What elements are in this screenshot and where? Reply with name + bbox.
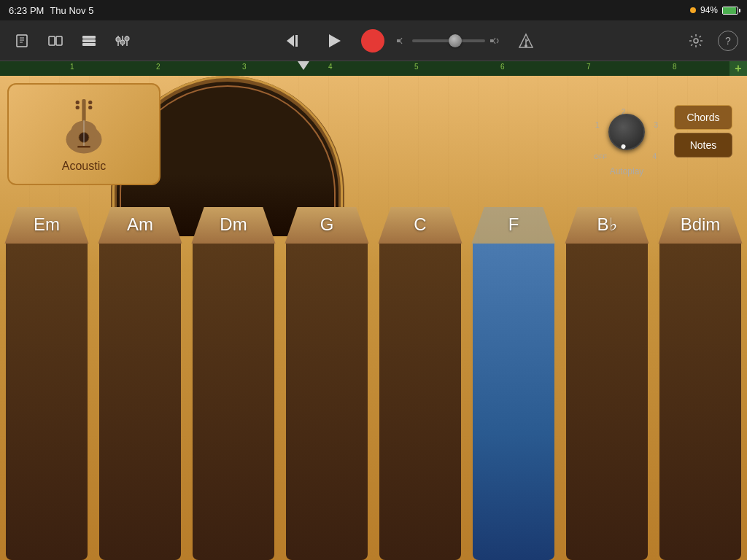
chord-label-0: Em: [34, 214, 60, 235]
autoplay-dial-container: OFF 1 2 3 4: [594, 105, 659, 163]
notes-mode-button[interactable]: Notes: [674, 133, 732, 158]
chord-key-G[interactable]: G: [280, 207, 374, 560]
autoplay-label: Autoplay: [610, 166, 644, 176]
dial-label-3: 3: [654, 121, 658, 129]
svg-rect-13: [295, 35, 298, 47]
status-right: 94%: [690, 5, 738, 15]
chord-key-Em[interactable]: Em: [0, 207, 93, 560]
chord-key-body-6: [566, 244, 649, 560]
status-time: 6:23 PM: [9, 5, 44, 16]
chords-notes-panel: Chords Notes: [674, 105, 732, 158]
playhead[interactable]: [298, 61, 309, 70]
ruler-mark-5: 5: [414, 61, 419, 76]
battery-percent: 94%: [700, 5, 718, 15]
svg-line-19: [493, 38, 495, 41]
chord-label-6: B♭: [597, 214, 616, 235]
ruler-inner: 1 2 3 4 5 6 7 8: [0, 61, 747, 76]
toolbar-left: [9, 28, 136, 54]
volume-track[interactable]: [412, 39, 485, 42]
chord-key-body-0: [6, 244, 88, 560]
toolbar: ?: [0, 20, 747, 61]
svg-point-25: [694, 39, 698, 43]
svg-rect-4: [82, 39, 96, 42]
record-button[interactable]: [361, 29, 384, 52]
new-document-button[interactable]: [9, 28, 35, 54]
volume-slider-container: [396, 36, 501, 45]
svg-line-20: [493, 41, 495, 44]
chords-mode-button[interactable]: Chords: [674, 105, 732, 130]
ruler: 1 2 3 4 5 6 7 8 +: [0, 61, 747, 76]
svg-rect-26: [82, 99, 85, 122]
svg-rect-2: [56, 36, 62, 45]
status-left: 6:23 PM Thu Nov 5: [9, 5, 93, 16]
ruler-mark-1: 1: [70, 61, 74, 76]
chord-key-body-4: [379, 244, 462, 560]
chord-key-body-3: [286, 244, 368, 560]
svg-point-28: [88, 101, 92, 104]
svg-point-24: [525, 44, 527, 47]
chord-key-Am[interactable]: Am: [93, 207, 187, 560]
signal-icon: [690, 7, 696, 13]
instrument-name: Acoustic: [62, 160, 106, 173]
toolbar-right: ?: [683, 28, 738, 54]
svg-point-11: [125, 36, 129, 41]
play-button[interactable]: [320, 26, 349, 55]
chord-key-body-7: [659, 244, 742, 560]
settings-button[interactable]: [683, 28, 709, 54]
chord-key-Dm[interactable]: Dm: [187, 207, 280, 560]
svg-line-17: [400, 41, 402, 44]
battery-icon: [722, 7, 738, 15]
volume-knob[interactable]: [449, 34, 462, 47]
status-bar: 6:23 PM Thu Nov 5 94%: [0, 0, 747, 20]
main-area: Acoustic OFF 1 2 3 4 Autoplay Chords Not…: [0, 76, 747, 560]
dial-label-4: 4: [652, 152, 657, 160]
ruler-mark-6: 6: [500, 61, 505, 76]
toolbar-center: [144, 26, 674, 55]
svg-point-10: [120, 40, 125, 44]
chord-key-body-1: [99, 244, 182, 560]
mixer-button[interactable]: [109, 28, 136, 54]
chord-label-4: C: [414, 214, 426, 235]
svg-rect-1: [49, 36, 55, 45]
dial-indicator: [621, 144, 627, 149]
svg-rect-15: [397, 39, 400, 42]
ruler-mark-4: 4: [328, 61, 333, 76]
layout-toggle-button[interactable]: [42, 28, 69, 54]
add-track-button[interactable]: +: [729, 61, 747, 76]
instrument-tile[interactable]: Acoustic: [7, 83, 160, 185]
chord-key-F[interactable]: F: [467, 207, 560, 560]
chord-key-body-5: [473, 244, 555, 560]
svg-rect-37: [77, 146, 90, 148]
chord-label-2: Dm: [220, 214, 247, 235]
chord-key-B[interactable]: B♭: [560, 207, 654, 560]
chord-key-C[interactable]: C: [374, 207, 467, 560]
svg-line-16: [400, 38, 402, 41]
svg-point-30: [88, 106, 92, 109]
status-day: Thu Nov 5: [50, 5, 93, 16]
svg-rect-3: [82, 36, 96, 39]
svg-rect-18: [490, 39, 493, 42]
metronome-button[interactable]: [513, 28, 539, 54]
chord-label-7: Bdim: [681, 214, 721, 235]
autoplay-panel: OFF 1 2 3 4 Autoplay: [594, 105, 659, 176]
ruler-mark-2: 2: [156, 61, 160, 76]
chord-key-Bdim[interactable]: Bdim: [654, 207, 747, 560]
svg-point-29: [76, 106, 80, 109]
autoplay-dial[interactable]: [608, 114, 645, 150]
help-button[interactable]: ?: [718, 31, 738, 51]
svg-marker-12: [287, 35, 294, 47]
chord-label-5: F: [508, 214, 519, 235]
ruler-mark-8: 8: [673, 61, 677, 76]
ruler-mark-7: 7: [587, 61, 591, 76]
chord-label-3: G: [320, 214, 334, 235]
svg-marker-14: [329, 34, 341, 47]
dial-label-off: OFF: [594, 153, 607, 160]
rewind-button[interactable]: [279, 26, 309, 55]
tracks-view-button[interactable]: [76, 28, 102, 54]
svg-rect-5: [82, 43, 96, 46]
volume-low-icon: [396, 36, 408, 45]
svg-point-27: [76, 101, 80, 104]
ruler-mark-3: 3: [242, 61, 247, 76]
battery-fill: [723, 7, 736, 14]
guitar-icon: [58, 96, 109, 154]
